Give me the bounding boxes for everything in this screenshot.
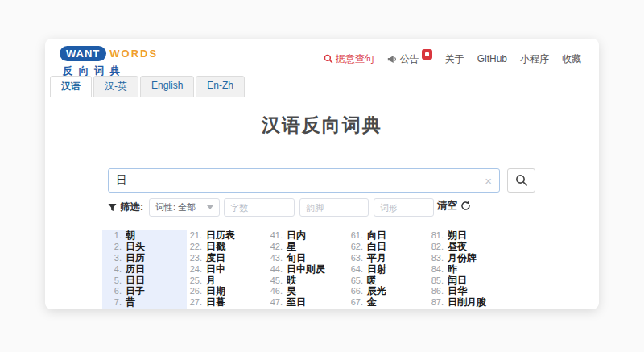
nav-item-label: 收藏 xyxy=(562,53,581,64)
result-item: 21.日历表 xyxy=(183,230,271,242)
search-icon xyxy=(515,174,528,187)
result-word[interactable]: 日头 xyxy=(126,242,145,253)
page-background: WANT WORDS 反向词典 据意查句公告关于GitHub小程序收藏 汉语汉-… xyxy=(0,0,644,352)
result-word[interactable]: 旬日 xyxy=(287,253,306,264)
clear-filters-button[interactable]: 清空 xyxy=(437,199,471,213)
tab-zh-en[interactable]: 汉-英 xyxy=(93,76,138,97)
result-word[interactable]: 平月 xyxy=(367,253,386,264)
word-shape-field[interactable] xyxy=(374,198,434,217)
filter-label-text: 筛选: xyxy=(120,201,143,214)
result-word[interactable]: 朝 xyxy=(126,230,135,242)
result-word[interactable]: 日子 xyxy=(126,286,145,297)
result-number: 63. xyxy=(344,253,363,264)
result-word[interactable]: 日内 xyxy=(287,230,306,242)
result-word[interactable]: 日历 xyxy=(126,253,145,264)
result-word[interactable]: 日射 xyxy=(367,264,386,275)
result-word[interactable]: 昨 xyxy=(448,264,457,275)
result-item: 6.日子 xyxy=(102,286,187,297)
result-word[interactable]: 日历表 xyxy=(206,230,235,242)
tab-en[interactable]: English xyxy=(140,76,194,97)
search-input[interactable] xyxy=(116,174,480,187)
result-number: 23. xyxy=(183,253,202,264)
nav-item-quotes[interactable]: 据意查句 xyxy=(324,53,374,64)
result-word[interactable]: 度日 xyxy=(206,253,225,264)
result-word[interactable]: 历日 xyxy=(126,264,145,275)
result-word[interactable]: 至日 xyxy=(287,297,306,309)
result-word[interactable]: 月份牌 xyxy=(448,253,477,264)
result-number: 41. xyxy=(263,230,283,242)
result-number: 84. xyxy=(424,264,444,275)
tab-zh[interactable]: 汉语 xyxy=(50,76,92,97)
result-number: 24. xyxy=(183,264,202,275)
search-box: × xyxy=(108,168,500,193)
logo-wordmark: WANT WORDS xyxy=(60,46,158,61)
result-word[interactable]: 日削月朘 xyxy=(448,297,486,309)
result-word[interactable]: 昼夜 xyxy=(448,242,467,253)
result-item: 26.日期 xyxy=(183,286,271,297)
result-word[interactable]: 日戳 xyxy=(206,242,225,253)
tab-en-zh[interactable]: En-Zh xyxy=(196,76,245,97)
nav-item-notice[interactable]: 公告 xyxy=(387,53,432,64)
result-number: 42. xyxy=(263,242,283,253)
result-word[interactable]: 昔 xyxy=(126,297,135,309)
nav-item-about[interactable]: 关于 xyxy=(445,53,464,64)
result-item: 83.月份牌 xyxy=(424,253,513,264)
result-number: 43. xyxy=(263,253,283,264)
result-number: 3. xyxy=(102,253,122,264)
result-number: 25. xyxy=(183,275,202,287)
result-number: 47. xyxy=(263,297,283,309)
result-item: 4.历日 xyxy=(102,264,187,275)
result-word[interactable]: 日日 xyxy=(126,275,145,287)
result-word[interactable]: 白日 xyxy=(367,242,386,253)
result-number: 21. xyxy=(183,230,202,242)
result-word[interactable]: 金 xyxy=(367,297,377,309)
result-item: 64.日射 xyxy=(344,264,432,275)
filter-label: 筛选: xyxy=(108,201,143,214)
result-number: 5. xyxy=(102,275,122,287)
chevron-down-icon xyxy=(207,205,213,209)
result-word[interactable]: 日暮 xyxy=(206,297,225,309)
result-number: 27. xyxy=(183,297,202,309)
result-number: 87. xyxy=(424,297,444,309)
rhyme-field[interactable] xyxy=(299,198,369,217)
result-word[interactable]: 日中 xyxy=(206,264,225,275)
result-number: 4. xyxy=(102,264,122,275)
char-count-field[interactable] xyxy=(224,198,295,217)
result-number: 85. xyxy=(424,275,444,287)
pos-select[interactable]: 词性: 全部 xyxy=(149,198,220,217)
result-word[interactable]: 闰日 xyxy=(448,275,467,287)
result-number: 83. xyxy=(424,253,444,264)
result-item: 87.日削月朘 xyxy=(424,297,513,309)
result-number: 22. xyxy=(183,242,202,253)
clear-input-icon[interactable]: × xyxy=(480,175,492,187)
results-column-4: 61.向日62.白日63.平月64.日射65.暖66.辰光67.金 xyxy=(344,230,432,309)
result-number: 26. xyxy=(183,286,202,297)
result-word[interactable]: 暖 xyxy=(367,275,377,287)
result-word[interactable]: 日期 xyxy=(206,286,225,297)
result-word[interactable]: 辰光 xyxy=(367,286,386,297)
result-item: 22.日戳 xyxy=(183,242,271,253)
result-word[interactable]: 月 xyxy=(206,275,216,287)
top-nav: 据意查句公告关于GitHub小程序收藏 xyxy=(324,53,581,64)
nav-item-favorites[interactable]: 收藏 xyxy=(562,53,581,64)
nav-item-miniapp[interactable]: 小程序 xyxy=(520,53,549,64)
result-item: 85.闰日 xyxy=(424,275,513,287)
result-item: 24.日中 xyxy=(183,264,271,275)
result-word[interactable]: 昳 xyxy=(287,275,296,287)
result-number: 45. xyxy=(263,275,283,287)
result-word[interactable]: 昊 xyxy=(287,286,296,297)
result-word[interactable]: 星 xyxy=(287,242,296,253)
results-column-5: 81.朔日82.昼夜83.月份牌84.昨85.闰日86.日华87.日削月朘 xyxy=(424,230,513,309)
result-item: 43.旬日 xyxy=(263,253,352,264)
nav-item-github[interactable]: GitHub xyxy=(477,53,507,64)
results-column-1: 1.朝2.日头3.日历4.历日5.日日6.日子7.昔 xyxy=(102,230,187,309)
result-number: 82. xyxy=(424,242,444,253)
search-button[interactable] xyxy=(507,168,535,193)
search-icon xyxy=(324,54,333,64)
result-word[interactable]: 日华 xyxy=(448,286,467,297)
result-word[interactable]: 日中则昃 xyxy=(287,264,325,275)
logo-words: WORDS xyxy=(109,48,158,60)
result-word[interactable]: 朔日 xyxy=(448,230,467,242)
result-word[interactable]: 向日 xyxy=(367,230,386,242)
logo[interactable]: WANT WORDS 反向词典 xyxy=(60,46,158,78)
